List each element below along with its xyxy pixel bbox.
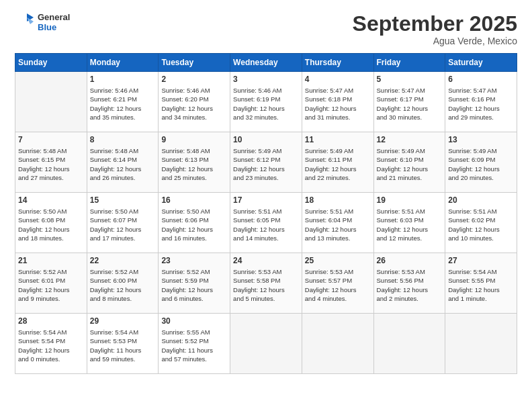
calendar-cell: 29Sunrise: 5:54 AMSunset: 5:53 PMDayligh…: [87, 314, 159, 374]
day-info-line: Sunset: 6:15 PM: [18, 155, 84, 164]
day-info-line: Sunset: 6:00 PM: [90, 276, 156, 285]
month-title: September 2025: [353, 12, 517, 36]
day-info-line: Sunrise: 5:47 AM: [305, 86, 371, 95]
day-number: 30: [161, 316, 227, 327]
day-info-line: Sunrise: 5:53 AM: [305, 267, 371, 276]
day-info-line: and 18 minutes.: [18, 234, 84, 242]
calendar-cell: 11Sunrise: 5:49 AMSunset: 6:11 PMDayligh…: [302, 132, 373, 193]
day-info-line: and 10 minutes.: [448, 234, 514, 242]
day-info-line: Sunset: 6:03 PM: [377, 216, 443, 224]
day-info-line: Daylight: 12 hours: [233, 285, 299, 294]
day-info-line: Sunrise: 5:49 AM: [305, 146, 371, 155]
day-info-line: Sunrise: 5:54 AM: [90, 328, 156, 336]
day-info-line: Daylight: 12 hours: [90, 104, 156, 113]
weekday-wednesday: Wednesday: [230, 54, 302, 72]
day-info-line: Daylight: 12 hours: [377, 104, 443, 113]
day-info-line: and 30 minutes.: [377, 113, 443, 122]
calendar-cell: 15Sunrise: 5:50 AMSunset: 6:07 PMDayligh…: [87, 193, 159, 253]
day-info-line: Sunset: 5:56 PM: [377, 276, 443, 285]
day-info-line: and 9 minutes.: [18, 294, 84, 303]
day-info-line: and 21 minutes.: [377, 173, 443, 182]
day-number: 18: [305, 195, 371, 206]
calendar-cell: 18Sunrise: 5:51 AMSunset: 6:04 PMDayligh…: [302, 193, 373, 253]
calendar-cell: 21Sunrise: 5:52 AMSunset: 6:01 PMDayligh…: [15, 253, 87, 314]
day-info-line: Sunset: 6:04 PM: [305, 216, 371, 224]
day-info-line: and 14 minutes.: [233, 234, 299, 242]
day-number: 7: [18, 134, 84, 146]
day-number: 24: [233, 255, 299, 267]
day-info-line: and 16 minutes.: [161, 234, 227, 242]
day-info-line: Daylight: 12 hours: [448, 285, 514, 294]
day-info-line: Sunrise: 5:55 AM: [161, 328, 227, 336]
day-info-line: Daylight: 12 hours: [18, 285, 84, 294]
day-info-line: Sunrise: 5:50 AM: [90, 207, 156, 216]
day-number: 2: [161, 74, 227, 85]
day-info-line: Daylight: 12 hours: [161, 104, 227, 113]
day-info-line: Daylight: 12 hours: [448, 225, 514, 234]
day-info-line: Daylight: 12 hours: [305, 285, 371, 294]
location: Agua Verde, Mexico: [353, 36, 517, 46]
day-number: 15: [90, 195, 156, 206]
day-info-line: Sunrise: 5:53 AM: [233, 267, 299, 276]
day-number: 1: [90, 74, 156, 85]
day-info-line: Daylight: 12 hours: [377, 165, 443, 173]
day-info-line: Sunset: 6:20 PM: [161, 95, 227, 103]
weekday-header-row: SundayMondayTuesdayWednesdayThursdayFrid…: [15, 54, 517, 72]
calendar-cell: 14Sunrise: 5:50 AMSunset: 6:08 PMDayligh…: [15, 193, 87, 253]
day-info-line: Sunrise: 5:54 AM: [18, 328, 84, 336]
day-info-line: Daylight: 12 hours: [377, 225, 443, 234]
day-info-line: Sunrise: 5:48 AM: [90, 146, 156, 155]
day-number: 8: [90, 134, 156, 146]
day-number: 17: [233, 195, 299, 206]
week-row-3: 14Sunrise: 5:50 AMSunset: 6:08 PMDayligh…: [15, 193, 517, 253]
calendar-cell: 2Sunrise: 5:46 AMSunset: 6:20 PMDaylight…: [159, 72, 230, 132]
calendar-cell: 28Sunrise: 5:54 AMSunset: 5:54 PMDayligh…: [15, 314, 87, 374]
day-info-line: Sunrise: 5:52 AM: [18, 267, 84, 276]
calendar-cell: 8Sunrise: 5:48 AMSunset: 6:14 PMDaylight…: [87, 132, 159, 193]
day-info-line: Daylight: 12 hours: [18, 225, 84, 234]
week-row-5: 28Sunrise: 5:54 AMSunset: 5:54 PMDayligh…: [15, 314, 517, 374]
day-number: 16: [161, 195, 227, 206]
calendar-cell: 17Sunrise: 5:51 AMSunset: 6:05 PMDayligh…: [230, 193, 302, 253]
day-info-line: Sunset: 6:18 PM: [305, 95, 371, 103]
calendar-cell: [230, 314, 302, 374]
day-info-line: Daylight: 12 hours: [161, 225, 227, 234]
day-number: 19: [377, 195, 443, 206]
day-number: 13: [448, 134, 514, 146]
day-number: 25: [305, 255, 371, 267]
day-info-line: and 0 minutes.: [18, 355, 84, 363]
day-info-line: Sunset: 5:54 PM: [18, 336, 84, 345]
day-info-line: and 59 minutes.: [90, 355, 156, 363]
day-info-line: and 12 minutes.: [377, 234, 443, 242]
day-number: 28: [18, 316, 84, 327]
day-info-line: Sunrise: 5:49 AM: [233, 146, 299, 155]
day-info-line: Sunset: 5:52 PM: [161, 336, 227, 345]
day-info-line: Sunrise: 5:50 AM: [161, 207, 227, 216]
calendar-cell: 7Sunrise: 5:48 AMSunset: 6:15 PMDaylight…: [15, 132, 87, 193]
day-info-line: Sunset: 6:08 PM: [18, 216, 84, 224]
day-info-line: and 6 minutes.: [161, 294, 227, 303]
day-number: 14: [18, 195, 84, 206]
day-info-line: Daylight: 12 hours: [377, 285, 443, 294]
day-info-line: Sunset: 6:10 PM: [377, 155, 443, 164]
day-info-line: Daylight: 12 hours: [305, 225, 371, 234]
page: General Blue September 2025 Agua Verde, …: [0, 0, 532, 411]
weekday-saturday: Saturday: [445, 54, 517, 72]
day-info-line: Daylight: 12 hours: [233, 165, 299, 173]
calendar-cell: 22Sunrise: 5:52 AMSunset: 6:00 PMDayligh…: [87, 253, 159, 314]
day-info-line: Sunset: 6:11 PM: [305, 155, 371, 164]
day-number: 4: [305, 74, 371, 85]
calendar-cell: 9Sunrise: 5:48 AMSunset: 6:13 PMDaylight…: [159, 132, 230, 193]
day-info-line: Sunset: 5:59 PM: [161, 276, 227, 285]
day-info-line: Daylight: 12 hours: [161, 285, 227, 294]
day-info-line: Sunset: 6:01 PM: [18, 276, 84, 285]
day-number: 21: [18, 255, 84, 267]
day-info-line: Sunset: 6:05 PM: [233, 216, 299, 224]
weekday-monday: Monday: [87, 54, 159, 72]
day-info-line: Sunset: 6:09 PM: [448, 155, 514, 164]
day-info-line: Daylight: 12 hours: [90, 285, 156, 294]
day-info-line: and 20 minutes.: [448, 173, 514, 182]
day-info-line: Sunrise: 5:49 AM: [448, 146, 514, 155]
day-info-line: Sunrise: 5:48 AM: [161, 146, 227, 155]
day-info-line: Daylight: 12 hours: [233, 104, 299, 113]
